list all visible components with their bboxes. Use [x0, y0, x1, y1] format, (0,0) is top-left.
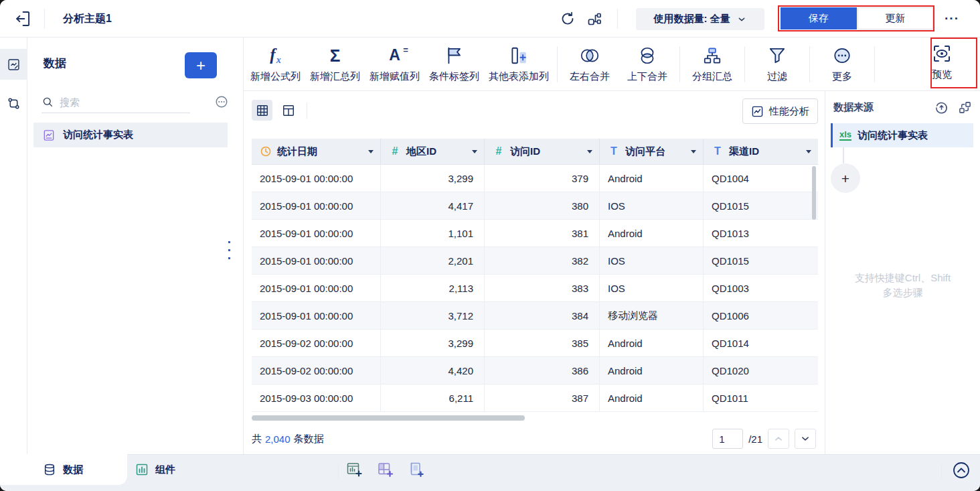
- grid-table-icon: [256, 104, 269, 117]
- update-button[interactable]: 更新: [858, 7, 933, 29]
- table-row[interactable]: 2015-09-01 00:00:004,417380IOSQD1015: [252, 192, 818, 220]
- add-table-button[interactable]: +: [185, 52, 217, 78]
- layout-view-toggle[interactable]: [278, 100, 299, 121]
- collapse-button[interactable]: [951, 460, 971, 480]
- toolbar-item-flag[interactable]: 条件标签列: [424, 46, 484, 83]
- rail-item-edit[interactable]: [0, 49, 27, 80]
- table-item-label: 访问统计事实表: [63, 129, 133, 141]
- column-dropdown-caret[interactable]: [691, 150, 696, 153]
- more-menu-button[interactable]: ···: [941, 9, 963, 28]
- toolbar-item-filter[interactable]: 过滤: [748, 46, 806, 83]
- hash-icon: #: [389, 145, 401, 157]
- performance-analysis-button[interactable]: 性能分析: [742, 98, 818, 124]
- plus-icon: +: [196, 58, 206, 74]
- toolbar-item-group[interactable]: 分组汇总: [683, 46, 741, 83]
- toolbar-item-merge-lr[interactable]: 左右合并: [561, 46, 619, 83]
- table-body: 2015-09-01 00:00:003,299379AndroidQD1004…: [252, 165, 818, 412]
- table-cell: 1,101: [381, 220, 485, 247]
- grid-view-toggle[interactable]: [252, 100, 272, 121]
- table-footer: 共 2,040 条数据 /21: [244, 425, 825, 454]
- toolbar-items: fx新增公式列Σ新增汇总列A=新增赋值列条件标签列其他表添加列左右合并上下合并分…: [246, 38, 878, 90]
- toolbar-item-preview[interactable]: 预览: [913, 44, 971, 81]
- step-label: 访问统计事实表: [858, 129, 928, 142]
- row-count: 共 2,040 条数据: [252, 433, 324, 445]
- page-input[interactable]: [712, 429, 743, 449]
- horizontal-scrollbar[interactable]: [252, 415, 525, 421]
- topbar: 分析主题1 使用数据量: 全量 保存 更新 ···: [0, 0, 980, 38]
- table-row[interactable]: 2015-09-01 00:00:002,201382IOSQD1015: [252, 247, 818, 275]
- table-cell: 383: [485, 275, 600, 301]
- search-input[interactable]: [60, 96, 208, 108]
- table-cell: QD1011: [704, 384, 818, 411]
- refresh-icon[interactable]: [560, 11, 576, 27]
- table-cell: 4,420: [381, 357, 485, 384]
- table-row[interactable]: 2015-09-02 00:00:004,420386AndroidQD1020: [252, 357, 818, 384]
- update-history-icon[interactable]: [934, 100, 949, 115]
- toolbar-item-more-circle[interactable]: 更多: [813, 46, 871, 83]
- table-cell: Android: [600, 220, 704, 247]
- add-report-button[interactable]: [406, 461, 425, 480]
- table-cell: 380: [485, 192, 600, 219]
- toolbar-item-addcol[interactable]: 其他表添加列: [484, 46, 554, 83]
- column-header-3[interactable]: #访问ID: [485, 139, 600, 164]
- table-list-item[interactable]: 访问统计事实表: [33, 123, 228, 147]
- next-page-button[interactable]: [795, 429, 816, 449]
- add-step-button[interactable]: +: [831, 163, 860, 193]
- table-row[interactable]: 2015-09-01 00:00:001,101381AndroidQD1013: [252, 220, 818, 247]
- data-volume-select[interactable]: 使用数据量: 全量: [636, 8, 764, 30]
- text-icon: T: [712, 145, 724, 157]
- toolbar-item-merge-tb[interactable]: 上下合并: [619, 46, 676, 83]
- table-row[interactable]: 2015-09-01 00:00:003,299379AndroidQD1004: [252, 165, 818, 192]
- toolbar-item-assign[interactable]: A=新增赋值列: [365, 46, 424, 83]
- prev-page-button[interactable]: [768, 429, 789, 449]
- formula-icon: fx: [265, 46, 287, 66]
- add-dashboard-button[interactable]: [376, 461, 394, 480]
- column-dropdown-caret[interactable]: [806, 150, 811, 153]
- toolbar-item-formula[interactable]: fx新增公式列: [246, 46, 305, 83]
- column-dropdown-caret[interactable]: [368, 150, 374, 153]
- toolbar-item-sigma[interactable]: Σ新增汇总列: [305, 46, 365, 83]
- source-step[interactable]: xls 访问统计事实表: [831, 123, 973, 147]
- column-dropdown-caret[interactable]: [472, 150, 477, 153]
- column-header-5[interactable]: T渠道ID: [704, 139, 818, 164]
- table-cell: Android: [600, 357, 704, 384]
- tab-data[interactable]: 数据: [0, 454, 127, 485]
- table-cell: 移动浏览器: [600, 302, 704, 329]
- vertical-scrollbar[interactable]: [812, 166, 816, 220]
- report-add-icon: [407, 461, 424, 478]
- table-row[interactable]: 2015-09-02 00:00:003,299385AndroidQD1014: [252, 330, 818, 357]
- rail-item-relation[interactable]: [0, 88, 27, 119]
- table-row[interactable]: 2015-09-01 00:00:003,712384移动浏览器QD1006: [252, 302, 818, 330]
- chevron-down-icon: [736, 14, 747, 25]
- table-cell: QD1004: [704, 165, 818, 192]
- shortcut-hint: 支持快捷键Ctrl、Shift 多选步骤: [825, 271, 980, 300]
- table-edit-icon: [7, 58, 21, 72]
- chevron-up-icon: [772, 433, 785, 445]
- table-row[interactable]: 2015-09-03 00:00:006,211387AndroidQD1011: [252, 384, 818, 412]
- table-cell: 2015-09-01 00:00:00: [252, 165, 381, 192]
- add-chart-button[interactable]: [345, 461, 363, 480]
- table-row[interactable]: 2015-09-01 00:00:002,113383IOSQD1003: [252, 275, 818, 302]
- search-options-icon[interactable]: [214, 94, 229, 109]
- table-cell: 2,201: [381, 247, 485, 274]
- save-button[interactable]: 保存: [781, 7, 857, 29]
- table-cell: QD1003: [704, 275, 818, 301]
- toolbar-divider: [557, 46, 558, 82]
- lineage-icon[interactable]: [586, 11, 602, 27]
- panel-resize-handle[interactable]: [226, 236, 232, 264]
- table-cell: 381: [485, 220, 600, 247]
- switch-view-icon[interactable]: [958, 100, 972, 115]
- table-cell: 3,299: [381, 165, 485, 192]
- table-cell: IOS: [600, 247, 704, 274]
- tab-widget[interactable]: 组件: [135, 454, 175, 485]
- data-volume-label: 使用数据量: 全量: [653, 13, 730, 25]
- relation-icon: [7, 96, 21, 111]
- column-header-1[interactable]: 统计日期: [252, 139, 381, 164]
- table-cell: 385: [485, 330, 600, 356]
- table-cell: 387: [485, 384, 600, 411]
- column-header-4[interactable]: T访问平台: [600, 139, 704, 164]
- column-header-2[interactable]: #地区ID: [381, 139, 485, 164]
- exit-icon[interactable]: [13, 9, 32, 28]
- table-cell: 3,712: [381, 302, 485, 329]
- column-dropdown-caret[interactable]: [587, 150, 592, 153]
